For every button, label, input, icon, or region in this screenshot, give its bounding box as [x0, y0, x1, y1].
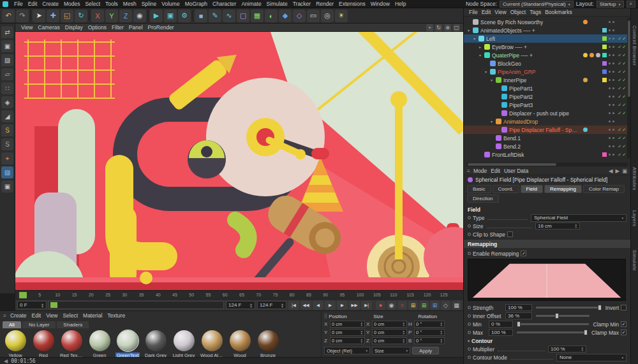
record-pla-icon[interactable]: ▦: [452, 301, 461, 310]
volume-icon[interactable]: ◆: [279, 10, 292, 22]
material-preview-sphere[interactable]: [33, 330, 54, 351]
visibility-dot[interactable]: [612, 71, 614, 73]
layer-color-chip[interactable]: [602, 53, 607, 57]
remapping-section-header[interactable]: Remapping: [464, 240, 630, 248]
object-tree-row[interactable]: FrontLeftDisk ✓✓: [464, 150, 630, 159]
object-tree-row[interactable]: ▸ EyeBrow ---- + ✓✓: [464, 43, 630, 51]
object-tag-icon[interactable]: [583, 53, 588, 57]
position-field[interactable]: 0 cm▲▼: [330, 337, 365, 344]
keyframe-selection-icon[interactable]: ○: [397, 301, 407, 310]
visibility-dot[interactable]: [612, 154, 614, 156]
panel-grip-icon[interactable]: ⣿: [324, 314, 327, 319]
object-type-icon[interactable]: [496, 77, 501, 83]
enable-checkmarks[interactable]: ✓✓: [616, 53, 627, 58]
history-back-icon[interactable]: ◀: [609, 168, 613, 174]
visibility-dot[interactable]: [612, 79, 614, 81]
rotate-tool-icon[interactable]: ↻: [75, 10, 87, 22]
toggle-view-icon[interactable]: ▢: [453, 24, 460, 31]
clip-to-shape-checkbox[interactable]: [507, 231, 513, 237]
viewport-menu-item[interactable]: Display: [63, 24, 85, 31]
live-selection-icon[interactable]: ➤: [33, 10, 45, 22]
object-type-icon[interactable]: [496, 119, 501, 124]
Wood[interactable]: Wood: [227, 330, 253, 358]
object-tree-row[interactable]: ▾ Left ✓✓: [464, 34, 630, 43]
anim-dot-icon[interactable]: [468, 233, 471, 236]
object-type-icon[interactable]: [484, 52, 490, 58]
axis-mode-icon[interactable]: ⌖: [1, 152, 13, 164]
object-type-icon[interactable]: [473, 27, 478, 33]
material-preview-sphere[interactable]: [5, 330, 26, 351]
object-label[interactable]: Left: [486, 36, 495, 42]
visibility-dot[interactable]: [609, 79, 611, 81]
object-tree-row[interactable]: ▾ AnimatedDrop: [464, 117, 630, 126]
visibility-dot[interactable]: [612, 137, 614, 139]
object-label[interactable]: InnerPipe: [503, 77, 526, 84]
Light Grey[interactable]: Light Grey: [171, 330, 197, 358]
object-type-icon[interactable]: [496, 143, 501, 149]
material-preview-sphere[interactable]: [230, 330, 251, 351]
menubar-item[interactable]: Mesh: [121, 1, 139, 7]
attribute-menu-item[interactable]: User Data: [502, 168, 530, 174]
enable-checkmarks[interactable]: ✓✓: [616, 94, 627, 99]
layout-select[interactable]: Startup▾: [597, 1, 624, 8]
rotation-field[interactable]: 0 °▲▼: [414, 329, 445, 336]
enable-checkmarks[interactable]: ✓✓: [616, 144, 627, 149]
enable-checkmarks[interactable]: ✓✓: [616, 103, 627, 108]
visibility-dot[interactable]: [609, 29, 611, 31]
anim-dot-icon[interactable]: [468, 306, 471, 309]
viewport-menu-item[interactable]: Cameras: [35, 24, 62, 31]
visibility-dot[interactable]: [612, 21, 614, 23]
object-tree-row[interactable]: PipePart1 ✓✓: [464, 84, 630, 92]
material-menu-item[interactable]: Texture: [105, 312, 128, 319]
object-tree-row[interactable]: ▾ PipeAnim_GRP ✓✓: [464, 68, 630, 76]
enable-checkmarks[interactable]: ✓✓: [616, 86, 627, 91]
history-forward-icon[interactable]: ▶: [615, 168, 619, 174]
light-icon[interactable]: ☀: [335, 10, 348, 22]
enable-checkmarks[interactable]: ✓✓: [616, 136, 627, 141]
anim-dot-icon[interactable]: [468, 356, 471, 359]
anim-dot-icon[interactable]: [468, 347, 471, 351]
toolbar-separator[interactable]: [192, 10, 193, 21]
menubar-item[interactable]: Edit: [26, 1, 40, 7]
object-type-icon[interactable]: [501, 127, 507, 133]
object-type-icon[interactable]: [484, 152, 490, 157]
visibility-dot[interactable]: [612, 129, 614, 131]
visibility-dot[interactable]: [609, 62, 611, 64]
layer-color-chip[interactable]: [602, 152, 607, 157]
object-manager-menu-item[interactable]: Edit: [480, 9, 493, 15]
layer-color-chip[interactable]: [602, 61, 607, 66]
menubar-item[interactable]: Window: [368, 1, 392, 7]
object-manager-menu-item[interactable]: View: [493, 9, 508, 15]
position-field[interactable]: 0 cm▲▼: [330, 321, 365, 328]
object-type-icon[interactable]: [496, 135, 501, 141]
rotation-field[interactable]: 0 °▲▼: [414, 337, 445, 344]
Wood Alph[interactable]: Wood Alph: [199, 330, 225, 358]
object-tag-icon[interactable]: [583, 127, 588, 132]
autokeying-icon[interactable]: ◉: [387, 301, 396, 310]
timeline-slider[interactable]: [48, 301, 224, 309]
enable-checkmarks[interactable]: ✓✓: [616, 127, 627, 133]
object-tree-row[interactable]: Pipe Displacer Falloff - Spherical Field…: [464, 126, 630, 134]
viewport-menu-item[interactable]: Options: [85, 24, 109, 31]
viewport-menu-item[interactable]: Filter: [109, 24, 126, 31]
object-label[interactable]: PipePart1: [509, 85, 533, 92]
record-keyframe-icon[interactable]: ●: [376, 301, 385, 310]
strength-input[interactable]: 100 %: [505, 304, 532, 311]
Yellow[interactable]: Yellow: [3, 330, 28, 358]
object-tree-row[interactable]: Displacer - push out pipe ✓✓: [464, 109, 630, 117]
x-axis-lock-icon[interactable]: X: [91, 10, 104, 22]
search-icon[interactable]: ⌕: [627, 1, 635, 8]
object-label[interactable]: AnimatedObjects ---- +: [480, 27, 535, 34]
visibility-dot[interactable]: [609, 129, 611, 131]
object-type-icon[interactable]: [501, 102, 507, 108]
visibility-dot[interactable]: [612, 145, 614, 147]
attribute-tab[interactable]: Basic: [467, 185, 491, 193]
visibility-dot[interactable]: [609, 104, 611, 106]
expand-icon[interactable]: ▸: [478, 45, 482, 49]
object-label[interactable]: QuaterPipe ---- +: [492, 52, 533, 59]
visibility-dot[interactable]: [612, 54, 614, 56]
toolbar-separator[interactable]: [30, 10, 31, 21]
Dark Grey[interactable]: Dark Grey: [143, 330, 168, 358]
material-burger-icon[interactable]: ≡: [3, 312, 6, 319]
render-view-icon[interactable]: ▶: [150, 10, 163, 22]
